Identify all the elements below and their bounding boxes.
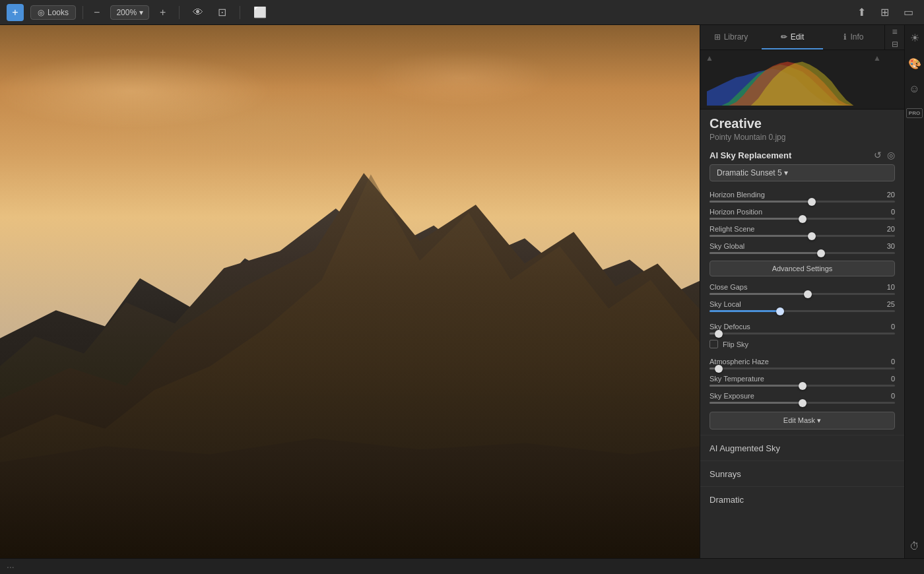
atmospheric-haze-value: 0 (891, 358, 895, 366)
zoom-minus-button[interactable]: − (90, 5, 104, 20)
compare-button[interactable]: ⊡ (214, 5, 230, 20)
sky-exposure-track[interactable] (710, 402, 895, 404)
horizon-blending-label: Horizon Blending (710, 191, 765, 199)
horizon-position-thumb[interactable] (799, 215, 807, 223)
tab-info[interactable]: ℹ Info (823, 25, 884, 49)
sky-exposure-row: Sky Exposure 0 (700, 389, 904, 406)
sky-global-value: 30 (887, 242, 895, 250)
sky-global-label: Sky Global (710, 242, 744, 250)
bottom-bar: ··· (0, 558, 924, 574)
tab-edit[interactable]: ✏ Edit (762, 25, 823, 49)
flip-sky-checkbox[interactable] (710, 340, 718, 348)
horizon-position-track[interactable] (710, 218, 895, 220)
ai-sky-title: AI Sky Replacement (710, 150, 791, 160)
sliders-icon[interactable]: ⊟ (892, 40, 898, 49)
close-gaps-track[interactable] (710, 293, 895, 295)
edit-icon: ✏ (781, 32, 787, 42)
sky-preset-dropdown[interactable]: Dramatic Sunset 5 ▾ (710, 164, 895, 181)
sky-local-value: 25 (887, 300, 895, 308)
crop-button[interactable]: ⬜ (249, 5, 271, 20)
ai-sky-controls: ↺ ◎ (874, 150, 895, 160)
close-gaps-value: 10 (887, 283, 895, 291)
histogram-chart (707, 56, 898, 106)
histogram-right-arrow: ▲ (873, 53, 881, 63)
sky-defocus-row: Sky Defocus 0 (700, 320, 904, 337)
sunrays-label: Sunrays (710, 469, 741, 479)
horizon-position-value: 0 (891, 208, 895, 216)
sunrays-section[interactable]: Sunrays (700, 461, 904, 486)
layers-icon[interactable]: ≡ (892, 26, 897, 37)
panel-content: ▲ ▲ Creative Pointy Mountain 0.jpg (700, 50, 904, 558)
sky-local-track[interactable] (710, 310, 895, 312)
relight-scene-thumb[interactable] (808, 232, 816, 240)
sky-exposure-value: 0 (891, 392, 895, 400)
horizon-blending-track[interactable] (710, 201, 895, 203)
sky-exposure-thumb[interactable] (799, 399, 807, 407)
ai-sky-toggle-button[interactable]: ◎ (887, 150, 895, 160)
sky-local-label: Sky Local (710, 300, 741, 308)
edit-mask-button[interactable]: Edit Mask ▾ (710, 412, 895, 430)
looks-button[interactable]: ◎ Looks (30, 5, 76, 20)
flip-sky-row: Flip Sky (700, 337, 904, 351)
relight-scene-row: Relight Scene 20 (700, 222, 904, 239)
bottom-bar-menu[interactable]: ··· (7, 561, 15, 572)
atmospheric-haze-thumb[interactable] (715, 365, 723, 373)
flip-sky-label: Flip Sky (723, 340, 748, 348)
close-gaps-row: Close Gaps 10 (700, 280, 904, 298)
sky-temperature-row: Sky Temperature 0 (700, 372, 904, 389)
preview-button[interactable]: 👁 (189, 5, 207, 20)
sky-local-thumb[interactable] (776, 307, 784, 315)
advanced-settings-button[interactable]: Advanced Settings (710, 261, 895, 276)
sky-exposure-label: Sky Exposure (710, 392, 754, 400)
tab-library[interactable]: ⊞ Library (700, 25, 762, 49)
close-gaps-label: Close Gaps (710, 283, 747, 291)
window-button[interactable]: ▭ (900, 5, 917, 20)
sky-local-row: Sky Local 25 (700, 298, 904, 315)
sky-temperature-track[interactable] (710, 385, 895, 387)
main-area: ⊞ Library ✏ Edit ℹ Info ≡ ⊟ ▲ ▲ (0, 25, 924, 558)
sky-temperature-label: Sky Temperature (710, 375, 764, 383)
sky-global-thumb[interactable] (817, 249, 825, 257)
relight-scene-value: 20 (887, 225, 895, 233)
zoom-plus-button[interactable]: + (156, 5, 170, 20)
relight-scene-track[interactable] (710, 235, 895, 237)
horizon-blending-thumb[interactable] (808, 198, 816, 206)
ai-augmented-sky-section[interactable]: AI Augmented Sky (700, 435, 904, 461)
close-gaps-thumb[interactable] (804, 290, 812, 298)
horizon-position-label: Horizon Position (710, 208, 762, 216)
sky-temperature-value: 0 (891, 375, 895, 383)
dramatic-section[interactable]: Dramatic (700, 486, 904, 512)
section-title-area: Creative Pointy Mountain 0.jpg (700, 110, 904, 144)
looks-icon: ◎ (38, 8, 44, 17)
ai-augmented-sky-label: AI Augmented Sky (710, 443, 780, 453)
dramatic-label: Dramatic (710, 495, 744, 505)
share-button[interactable]: ⬆ (853, 5, 870, 20)
pro-badge[interactable]: PRO (906, 108, 923, 118)
horizon-position-row: Horizon Position 0 (700, 205, 904, 222)
palette-icon[interactable]: 🎨 (908, 57, 921, 70)
zoom-control[interactable]: 200% ▾ (110, 5, 149, 20)
topbar: + ◎ Looks − 200% ▾ + 👁 ⊡ ⬜ ⬆ ⊞ ▭ (0, 0, 924, 25)
image-canvas[interactable] (0, 25, 700, 558)
sky-global-row: Sky Global 30 (700, 239, 904, 257)
clock-icon[interactable]: ⏱ (909, 540, 919, 552)
relight-scene-label: Relight Scene (710, 225, 755, 233)
sky-defocus-track[interactable] (710, 333, 895, 335)
atmospheric-haze-track[interactable] (710, 367, 895, 369)
sky-defocus-value: 0 (891, 323, 895, 331)
histogram-left-arrow: ▲ (706, 53, 713, 63)
section-title: Creative (710, 116, 895, 131)
grid-button[interactable]: ⊞ (876, 5, 893, 20)
section-subtitle: Pointy Mountain 0.jpg (710, 133, 895, 142)
sky-temperature-thumb[interactable] (799, 382, 807, 390)
sky-defocus-label: Sky Defocus (710, 323, 750, 331)
face-icon[interactable]: ☺ (909, 83, 919, 95)
sun-icon[interactable]: ☀ (910, 32, 919, 44)
sky-global-track[interactable] (710, 252, 895, 254)
mountain-photo (0, 25, 700, 558)
add-button[interactable]: + (7, 4, 24, 21)
sky-defocus-thumb[interactable] (715, 330, 723, 338)
horizon-blending-row: Horizon Blending 20 (700, 188, 904, 205)
ai-sky-reset-button[interactable]: ↺ (874, 150, 882, 160)
right-panel: ⊞ Library ✏ Edit ℹ Info ≡ ⊟ ▲ ▲ (700, 25, 904, 558)
